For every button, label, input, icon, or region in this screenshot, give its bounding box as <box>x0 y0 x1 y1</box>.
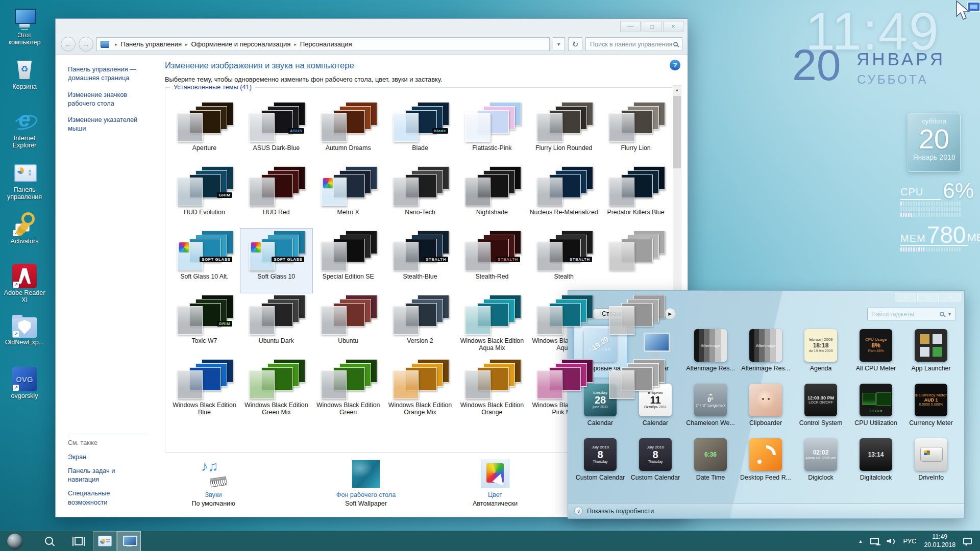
refresh-button[interactable]: ↻ <box>568 37 582 51</box>
theme-item[interactable]: Special Edition SE <box>312 229 384 293</box>
theme-item[interactable]: Version 2 <box>384 293 456 357</box>
chevron-down-icon[interactable]: ▼ <box>947 312 952 317</box>
breadcrumb-item[interactable]: ▸ Персонализация <box>290 40 352 48</box>
calendar-gadget[interactable]: суббота 20 Январь 2018 <box>908 113 961 172</box>
minimize-button[interactable]: — <box>620 21 641 32</box>
taskbar-clock[interactable]: 11:49 20.01.2018 <box>924 533 955 549</box>
gadget-item[interactable]: 02:02 Alarm Utl 12:00 am Digiclock <box>794 435 848 487</box>
taskbar-button-personalization[interactable] <box>117 531 141 551</box>
theme-item[interactable]: blade Blade <box>384 100 456 164</box>
gadget-item[interactable]: July 2010 8 Thursday Custom Calendar <box>628 435 682 487</box>
action-center-icon[interactable] <box>963 538 972 544</box>
help-button[interactable]: ? <box>670 60 680 70</box>
theme-item[interactable]: Ubuntu <box>312 293 384 357</box>
theme-item[interactable]: STEALTH Stealth-Red <box>456 229 528 293</box>
theme-item[interactable]: Autumn Dreams <box>312 100 384 164</box>
gadget-item[interactable]: Desktop Feed R... <box>739 435 793 487</box>
desktop-icon[interactable]: ↗ Internet Explorer <box>2 109 47 161</box>
taskbar-button-control-panel[interactable] <box>93 531 117 551</box>
language-indicator[interactable]: РУС <box>903 537 916 545</box>
theme-item[interactable] <box>600 229 672 293</box>
footer-setting[interactable]: Звуки По умолчанию <box>165 460 262 507</box>
control-panel-search-input[interactable]: Поиск в панели управления <box>585 37 682 51</box>
forward-button[interactable]: → <box>79 37 93 52</box>
gadget-item[interactable]: App Launcher <box>904 325 958 378</box>
theme-item[interactable]: Windows Black Edition Aqua Mix <box>456 293 528 357</box>
desktop-icon[interactable]: ↗ Activators <box>2 212 47 264</box>
theme-item[interactable]: Nightshade <box>456 164 528 229</box>
gadget-search-input[interactable]: Найти гаджеты ▼ <box>867 308 956 320</box>
task-view-icon[interactable] <box>72 537 85 546</box>
theme-item[interactable]: SOFT GLASS Soft Glass 10 <box>240 229 312 293</box>
next-page-button[interactable]: ▶ <box>664 308 676 320</box>
breadcrumb-item[interactable]: ▸ Панель управления <box>111 40 182 48</box>
gadget-item[interactable]: CPU Usage 8% Ram 48% All CPU Meter <box>849 325 903 378</box>
theme-item[interactable]: STEALTH Stealth <box>528 229 600 293</box>
theme-item[interactable]: Metro X <box>312 164 384 229</box>
sidebar-link[interactable]: Панель управления — домашняя страница <box>68 65 144 83</box>
gadget-item[interactable]: 12:03:30 PM LOCK ON/OFF Control System <box>794 380 848 433</box>
show-details-button[interactable]: ∨ <box>574 507 583 515</box>
theme-item[interactable]: Ubuntu Dark <box>240 293 312 357</box>
minimize-button[interactable]: — <box>895 293 916 302</box>
start-button[interactable] <box>7 534 22 549</box>
desktop-icon[interactable]: ↗ Корзина <box>2 58 47 109</box>
close-button[interactable]: × <box>663 21 683 32</box>
gadget-item[interactable]: 6:36 Date Time <box>683 435 738 487</box>
gadget-item[interactable]: July 2010 8 Thursday Custom Calendar <box>573 435 627 487</box>
sidebar-link[interactable]: Изменение указателей мыши <box>68 115 144 133</box>
theme-item[interactable]: Flurry Lion <box>600 100 672 164</box>
theme-item[interactable]: SOFT GLASS Soft Glass 10 Alt. <box>168 229 240 293</box>
theme-item[interactable]: Flurry Lion Rounded <box>528 100 600 164</box>
sidebar-link[interactable]: Специальные возможности <box>68 489 144 507</box>
footer-setting[interactable]: Фон рабочего стола Soft Wallpaper <box>317 460 414 507</box>
theme-item[interactable]: GRIM Toxic W7 <box>168 293 240 357</box>
theme-item[interactable]: STEALTH Stealth-Blue <box>384 229 456 293</box>
maximize-button[interactable]: □ <box>642 21 662 32</box>
cpu-meter-gadget[interactable]: CPU 6% <box>900 182 974 217</box>
mem-meter-gadget[interactable]: MEM 780 MB <box>900 226 974 252</box>
theme-item[interactable]: Windows Black Edition Blue <box>168 357 240 421</box>
gadget-item[interactable]: Afterimage Afterimage Res... <box>739 325 793 378</box>
breadcrumb-item[interactable]: ▸ Оформление и персонализация <box>182 40 290 48</box>
gadget-item[interactable]: februari 2009 18:18 do 19 feb 2009 Agend… <box>794 325 848 378</box>
volume-icon[interactable] <box>887 537 895 545</box>
desktop-icon[interactable]: ↗ Этот компьютер <box>2 6 47 58</box>
gadget-item[interactable]: 13:14 Digitalclock <box>849 435 903 487</box>
theme-item[interactable]: Nano-Tech <box>384 164 456 229</box>
breadcrumb-dropdown-button[interactable]: ▾ <box>553 37 565 51</box>
desktop-icon[interactable]: ↗ OldNewExp... <box>2 315 47 367</box>
gadget-item[interactable]: DriveInfo <box>904 435 958 487</box>
back-button[interactable]: ← <box>61 37 76 52</box>
scroll-up-button[interactable]: ▲ <box>673 86 681 94</box>
theme-item[interactable]: HUD Red <box>240 164 312 229</box>
close-button[interactable]: X <box>940 293 961 302</box>
theme-item[interactable]: Windows Black Edition Orange <box>456 357 528 421</box>
footer-setting[interactable]: Цвет Автоматически <box>447 460 544 507</box>
maximize-button[interactable]: □ <box>917 293 939 302</box>
theme-item[interactable]: Predator Killers Blue <box>600 164 672 229</box>
gadget-item[interactable]: Afterimage Afterimage Res... <box>683 325 738 378</box>
taskbar-search-icon[interactable] <box>45 537 54 546</box>
theme-item[interactable]: Nucleus Re-Materialized <box>528 164 600 229</box>
show-details-label[interactable]: Показать подробности <box>587 508 654 515</box>
network-icon[interactable] <box>870 538 879 544</box>
sidebar-link[interactable]: Экран <box>68 453 144 461</box>
gadget-item[interactable]: $ Currency Meter AUD 1 0.0000 0.000% Cur… <box>904 380 958 433</box>
desktop-icon[interactable]: ↗ Панель управления <box>2 161 47 212</box>
show-hidden-icons-button[interactable]: ▲ <box>858 539 863 544</box>
sidebar-link[interactable]: Панель задач и навигация <box>68 466 144 484</box>
scrollbar-thumb[interactable] <box>673 96 681 168</box>
gadget-item[interactable]: ☁ 0° 2° / -2° Langemark Chameleon We... <box>683 380 738 433</box>
theme-item[interactable]: Windows Black Edition Green <box>312 357 384 421</box>
theme-item[interactable]: Windows Black Edition Orange Mix <box>384 357 456 421</box>
sidebar-link[interactable]: Изменение значков рабочего стола <box>68 90 144 108</box>
gadget-item[interactable]: 2.2 GHz CPU Utilization <box>849 380 903 433</box>
theme-item[interactable]: GRIM HUD Evolution <box>168 164 240 229</box>
theme-item[interactable]: Aperture <box>168 100 240 164</box>
breadcrumb[interactable]: ▸ Панель управления ▸ Оформление и персо… <box>96 37 550 51</box>
desktop-icon[interactable]: ↗ Adobe Reader XI <box>2 264 47 315</box>
theme-item[interactable]: Flattastic-Pink <box>456 100 528 164</box>
desktop-icon[interactable]: ↗ ovgorskiy <box>2 367 47 418</box>
theme-item[interactable]: ASUS ASUS Dark-Blue <box>240 100 312 164</box>
